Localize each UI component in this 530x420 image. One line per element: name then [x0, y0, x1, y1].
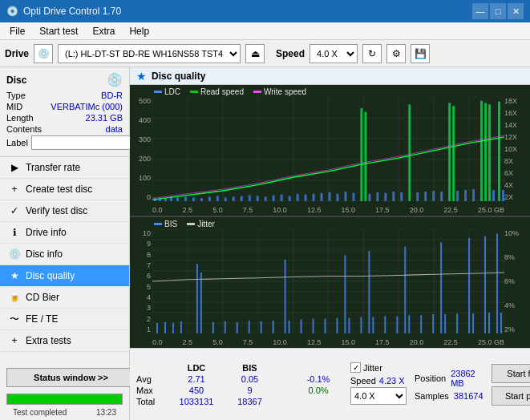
- svg-rect-45: [364, 112, 366, 201]
- max-bis: 9: [228, 386, 272, 395]
- drive-select[interactable]: (L:) HL-DT-ST BD-RE WH16NS58 TST4: [58, 44, 241, 63]
- y-label-6pct: 6%: [504, 277, 530, 285]
- svg-rect-119: [444, 314, 446, 333]
- app-icon: 💿: [6, 6, 18, 17]
- y-label-4x: 4X: [504, 181, 530, 189]
- extra-tests-icon: +: [8, 334, 21, 347]
- nav-label-drive-info: Drive info: [26, 227, 67, 238]
- x-250: 25.0 GB: [478, 206, 504, 214]
- svg-rect-28: [233, 196, 235, 201]
- jitter-checkbox[interactable]: ✓: [350, 362, 361, 373]
- svg-rect-115: [408, 315, 410, 333]
- y-label-8: 8: [130, 251, 152, 259]
- avg-bis: 0.05: [228, 374, 272, 384]
- svg-rect-30: [249, 196, 251, 201]
- sidebar: Disc 💿 Type BD-R MID VERBATIMc (000) Len…: [0, 67, 130, 420]
- nav-label-verify-test-disc: Verify test disc: [26, 205, 87, 216]
- x-150: 15.0: [342, 206, 356, 214]
- nav-item-fe-te[interactable]: 〜 FE / TE: [0, 309, 129, 330]
- position-value: 23862 MB: [451, 369, 483, 388]
- nav-label-fe-te: FE / TE: [26, 313, 58, 325]
- verify-test-disc-icon: ✓: [8, 204, 21, 217]
- svg-rect-109: [360, 317, 362, 333]
- svg-rect-46: [368, 194, 370, 201]
- svg-rect-48: [384, 193, 386, 201]
- maximize-button[interactable]: □: [490, 3, 506, 19]
- svg-rect-35: [289, 196, 291, 202]
- svg-rect-90: [164, 322, 166, 333]
- menu-extra[interactable]: Extra: [86, 24, 121, 38]
- svg-rect-59: [464, 190, 467, 201]
- settings-button[interactable]: ⚙: [386, 44, 406, 63]
- transfer-rate-icon: ▶: [8, 161, 21, 174]
- content-title: Disc quality: [152, 71, 205, 82]
- disc-contents-label: Contents: [6, 124, 42, 134]
- svg-rect-40: [329, 192, 331, 201]
- bottom-chart: BIS Jitter: [130, 216, 530, 348]
- drive-info-icon: ℹ: [8, 226, 21, 239]
- speed-value: 4.23 X: [379, 376, 405, 386]
- svg-rect-91: [172, 323, 174, 333]
- menu-start-test[interactable]: Start test: [33, 24, 84, 38]
- start-full-button[interactable]: Start full: [492, 364, 530, 383]
- y-label-9: 9: [130, 240, 152, 248]
- svg-rect-97: [237, 322, 238, 333]
- titlebar-title: 💿 Opti Drive Control 1.70: [6, 6, 121, 17]
- bottom-chart-legend: BIS Jitter: [154, 220, 215, 228]
- nav-item-create-test-disc[interactable]: + Create test disc: [0, 179, 129, 200]
- nav-item-disc-quality[interactable]: ★ Disc quality: [0, 265, 129, 287]
- svg-rect-41: [336, 194, 338, 201]
- disc-contents-value: data: [106, 124, 123, 134]
- nav-item-extra-tests[interactable]: + Extra tests: [0, 330, 129, 352]
- avg-jitter: -0.1%: [294, 374, 342, 384]
- svg-rect-55: [440, 192, 443, 201]
- svg-rect-38: [313, 194, 315, 201]
- nav-item-cd-bier[interactable]: 🍺 CD Bier: [0, 287, 129, 309]
- svg-rect-61: [480, 101, 483, 201]
- drive-icon-btn[interactable]: 💿: [34, 44, 53, 63]
- disc-length-value: 23.31 GB: [86, 113, 123, 123]
- speed-dropdown[interactable]: 4.0 X: [350, 387, 407, 405]
- samples-label: Samples: [415, 391, 449, 401]
- speed-select[interactable]: 4.0 X: [310, 44, 358, 63]
- svg-rect-95: [212, 322, 214, 333]
- menu-help[interactable]: Help: [123, 24, 156, 38]
- refresh-button[interactable]: ↻: [362, 44, 382, 63]
- menu-file[interactable]: File: [3, 24, 31, 38]
- disc-title: Disc: [6, 75, 26, 86]
- jitter-label: Jitter: [363, 363, 382, 373]
- close-button[interactable]: ✕: [508, 3, 524, 19]
- y-label-16x: 16X: [504, 109, 530, 117]
- position-label: Position: [415, 374, 446, 383]
- svg-rect-31: [257, 196, 259, 202]
- status-window-button[interactable]: Status window >>: [6, 368, 136, 387]
- nav-label-disc-quality: Disc quality: [26, 270, 75, 281]
- total-bis: 18367: [228, 397, 272, 406]
- svg-rect-29: [241, 196, 243, 202]
- x-175: 17.5: [375, 206, 390, 214]
- svg-rect-47: [376, 192, 378, 201]
- top-chart-svg: [152, 97, 504, 201]
- svg-rect-57: [452, 106, 455, 201]
- nav-item-disc-info[interactable]: 💿 Disc info: [0, 244, 129, 265]
- jitter-checkbox-row[interactable]: ✓ Jitter: [350, 362, 407, 373]
- eject-button[interactable]: ⏏: [245, 44, 265, 63]
- minimize-button[interactable]: —: [472, 3, 488, 19]
- svg-rect-32: [265, 196, 267, 201]
- svg-rect-43: [352, 193, 354, 201]
- nav-item-verify-test-disc[interactable]: ✓ Verify test disc: [0, 200, 129, 222]
- svg-rect-101: [285, 260, 286, 333]
- svg-rect-27: [225, 197, 227, 201]
- svg-rect-26: [216, 196, 219, 202]
- svg-rect-89: [156, 323, 158, 333]
- svg-rect-93: [196, 264, 198, 333]
- menubar: File Start test Extra Help: [0, 22, 530, 40]
- nav-item-drive-info[interactable]: ℹ Drive info: [0, 222, 129, 244]
- speed-label-stat: Speed: [350, 376, 376, 386]
- start-part-button[interactable]: Start part: [492, 386, 530, 406]
- nav-item-transfer-rate[interactable]: ▶ Transfer rate: [0, 157, 129, 179]
- y-label-18x: 18X: [504, 97, 530, 105]
- create-test-disc-icon: +: [8, 183, 21, 196]
- x-125: 12.5: [307, 206, 322, 214]
- save-button[interactable]: 💾: [411, 44, 430, 63]
